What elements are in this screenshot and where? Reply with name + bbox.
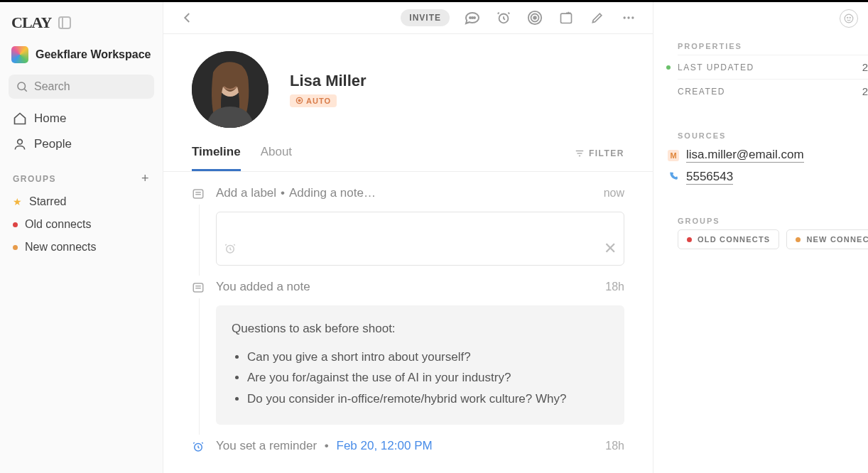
brand-logo: CLAY [11,13,51,32]
note-bullet: Can you give a short intro about yoursel… [247,348,609,366]
edit-icon[interactable] [589,9,606,26]
chat-icon[interactable] [464,9,481,26]
timeline-compose-header: Add a label • Adding a note… now [192,186,624,202]
groups-header-label: GROUPS [13,174,56,184]
dot-icon [687,237,692,242]
source-phone: 5556543 [668,166,868,188]
svg-point-0 [18,82,26,90]
property-label: CREATED [678,87,725,97]
main-pane: INVITE [163,2,653,473]
note-time: 18h [605,281,624,293]
close-icon[interactable]: ✕ [604,239,617,258]
nav-people[interactable]: People [9,131,154,157]
profile-tabs: Timeline About FILTER [163,135,653,172]
svg-rect-10 [561,13,572,23]
svg-point-13 [631,16,634,18]
chip-old-connects[interactable]: OLD CONNECTS [678,229,779,249]
compose-time: now [604,187,624,200]
reminder-icon[interactable] [224,242,237,258]
filter-icon [575,148,585,158]
sidebar: CLAY Geekflare Workspace Search Home Peo… [0,2,163,473]
note-bullet: Do you consider in-office/remote/hybrid … [247,390,609,408]
group-chips: OLD CONNECTS NEW CONNECT [678,229,868,249]
search-placeholder: Search [34,80,70,93]
svg-point-4 [472,17,473,18]
search-input[interactable]: Search [9,75,154,99]
nav-home[interactable]: Home [9,106,154,131]
note-card[interactable]: Questions to ask before shoot: Can you g… [216,305,624,425]
reminder-prefix: You set a reminder [216,439,317,452]
source-email: M lisa.miller@email.com [668,144,868,166]
tab-timeline[interactable]: Timeline [192,135,241,171]
email-value[interactable]: lisa.miller@email.com [686,148,804,163]
main-toolbar: INVITE [163,2,653,34]
group-starred[interactable]: ★ Starred [9,190,154,213]
broadcast-icon[interactable] [526,9,543,26]
chip-new-connects[interactable]: NEW CONNECT [786,229,868,249]
reminder-icon[interactable] [495,9,512,26]
compose-box[interactable]: ✕ [216,212,624,266]
right-panel: PROPERTIES LAST UPDATED 2 CREATED 2 SOUR… [653,2,868,473]
profile-header: Lisa Miller AUTO [163,34,653,135]
note-bullet: Are you for/against the use of AI in you… [247,369,609,387]
brand-row: CLAY [9,9,154,42]
chip-label: OLD CONNECTS [698,235,770,244]
timeline-note-header: You added a note 18h [192,280,624,295]
workspace-icon [11,46,28,63]
workspace-name: Geekflare Workspace [36,48,151,61]
property-value: 2 [862,85,868,97]
svg-point-12 [627,16,629,18]
group-label: Old connects [25,218,91,231]
reminder-time: 18h [605,440,624,452]
property-label: LAST UPDATED [678,62,754,72]
groups-header: GROUPS [678,217,868,225]
status-dot-icon [666,65,671,70]
nav-home-label: Home [34,112,66,126]
svg-point-3 [470,17,471,18]
add-label-text[interactable]: Add a label [216,186,276,200]
property-last-updated[interactable]: LAST UPDATED 2 [678,55,868,79]
nav-people-label: People [34,137,72,151]
phone-icon [668,171,679,183]
timeline-reminder-header: You set a reminder • Feb 20, 12:00 PM 18… [192,439,624,455]
search-icon [16,80,28,93]
note-icon [192,281,206,295]
svg-point-16 [298,99,300,102]
filter-button[interactable]: FILTER [575,148,624,158]
svg-point-30 [847,17,848,18]
back-button[interactable] [179,9,196,26]
workspace-switcher[interactable]: Geekflare Workspace [9,42,154,75]
properties-header: PROPERTIES [678,42,868,50]
property-created[interactable]: CREATED 2 [678,79,868,103]
profile-name: Lisa Miller [290,72,367,90]
groups-header: GROUPS + [9,157,154,190]
svg-line-1 [24,89,26,91]
more-icon[interactable] [620,9,637,26]
reminder-icon [192,440,206,455]
phone-value[interactable]: 5556543 [686,170,733,185]
svg-point-5 [474,17,475,18]
tab-about[interactable]: About [261,135,292,171]
note-heading: Questions to ask before shoot: [232,320,609,338]
people-icon [13,137,27,151]
profile-avatar[interactable] [192,51,268,128]
dot-icon [13,245,18,250]
add-group-button[interactable]: + [141,171,150,186]
reminder-date[interactable]: Feb 20, 12:00 PM [337,439,433,452]
group-old-connects[interactable]: Old connects [9,213,154,236]
add-note-icon[interactable] [558,9,575,26]
svg-point-7 [533,16,536,19]
property-value: 2 [862,61,868,73]
filter-label: FILTER [589,148,624,158]
invite-button[interactable]: INVITE [401,9,450,26]
email-badge-icon: M [668,150,679,161]
chip-label: NEW CONNECT [806,235,868,244]
group-label: New connects [25,241,97,254]
svg-point-11 [624,16,626,18]
user-avatar[interactable] [840,9,858,28]
sources-header: SOURCES [678,131,868,140]
svg-point-2 [18,139,23,144]
group-new-connects[interactable]: New connects [9,236,154,259]
dot-icon [796,237,801,242]
collapse-sidebar-icon[interactable] [58,16,71,29]
